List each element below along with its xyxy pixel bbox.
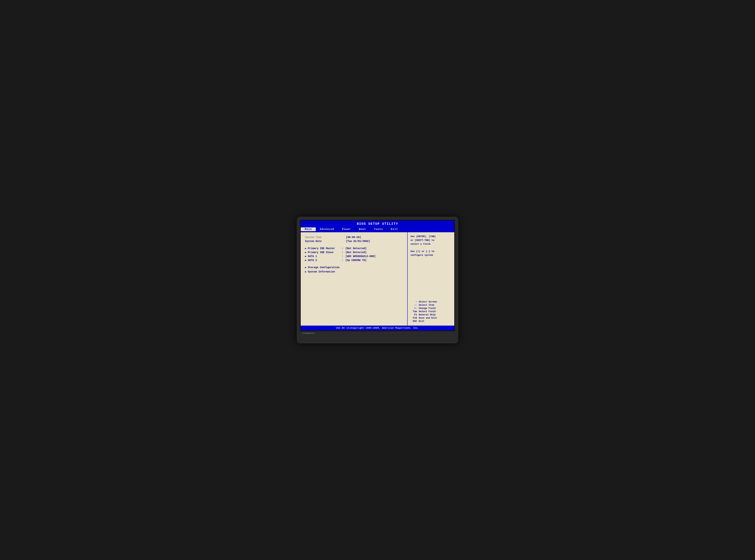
device-colon-0: : [342, 247, 343, 250]
monitor-brand: ViewSonic [300, 332, 455, 334]
keymap-desc-0: Select Screen [419, 300, 437, 303]
device-arrow-icon-0: ▶ [305, 247, 306, 250]
keymap-key-5: F10 [410, 317, 417, 319]
keymap-row-0: ↔Select Screen [410, 300, 451, 303]
content-area: System Time [00:00:28] System Date [Tue … [301, 232, 454, 325]
keymap-key-0: ↔ [410, 300, 417, 303]
nav-label-1: System Information [308, 270, 335, 273]
bios-title: BIOS SETUP UTILITY [301, 221, 454, 227]
help-line: configure system [410, 254, 451, 257]
nav-label-0: Storage Configuration [308, 266, 340, 269]
keymap-desc-4: General Help [419, 313, 436, 316]
help-line: or [SHIFT-TAB] to [410, 239, 451, 242]
keymap-row-1: ↑↓Select Item [410, 304, 451, 306]
device-row-3: ▶SATA 2:[hp CDDVDW TS] [305, 259, 404, 262]
keymap-desc-2: Change Field [419, 307, 436, 309]
keymap-row-2: +-Change Field [410, 307, 451, 309]
menu-item-main[interactable]: Main [301, 227, 316, 231]
footer-bar: v02.58 (C)Copyright 1985-2009, American … [301, 325, 454, 331]
device-label-1[interactable]: Primary IDE Slave [308, 251, 341, 254]
nav-items: ▶Storage Configuration▶System Informatio… [305, 266, 404, 273]
help-line: select a field. [410, 242, 451, 246]
main-panel: System Time [00:00:28] System Date [Tue … [301, 232, 408, 325]
system-date-value[interactable]: [Tue 01/01/2002] [346, 240, 370, 243]
keymap-desc-1: Select Item [419, 304, 434, 306]
device-colon-1: : [342, 251, 343, 254]
bios-screen: BIOS SETUP UTILITY MainAdvancedPowerBoot… [300, 220, 455, 331]
device-label-3[interactable]: SATA 2 [308, 259, 341, 262]
keymap-desc-3: Select Field [419, 310, 436, 313]
system-time-label: System Time [305, 236, 345, 239]
menu-bar: MainAdvancedPowerBootToolsExit [301, 227, 454, 232]
system-date-row: System Date [Tue 01/01/2002] [305, 240, 404, 243]
nav-arrow-icon-1: ▶ [305, 270, 306, 273]
device-colon-3: : [342, 259, 343, 262]
keymap-row-4: F1General Help [410, 313, 451, 316]
keymap-row-3: TabSelect Field [410, 310, 451, 313]
device-arrow-icon-1: ▶ [305, 251, 306, 254]
device-value-2: [WDC WD5000AZLX-60K] [345, 255, 375, 258]
help-text: Use [ENTER], [TAB]or [SHIFT-TAB] toselec… [410, 235, 451, 257]
keymap-row-5: F10Save and Exit [410, 317, 451, 319]
menu-item-advanced[interactable]: Advanced [316, 227, 338, 231]
device-value-1: [Not Detected] [345, 251, 367, 254]
device-row-0: ▶Primary IDE Master:[Not Detected] [305, 247, 404, 250]
menu-item-boot[interactable]: Boot [355, 227, 370, 231]
menu-item-tools[interactable]: Tools [370, 227, 387, 231]
menu-item-power[interactable]: Power [338, 227, 355, 231]
device-value-0: [Not Detected] [345, 247, 367, 250]
nav-arrow-icon-0: ▶ [305, 266, 306, 269]
keymap-key-1: ↑↓ [410, 304, 417, 306]
nav-item-1[interactable]: ▶System Information [305, 270, 404, 273]
keymap-desc-5: Save and Exit [419, 317, 437, 319]
title-text: BIOS SETUP UTILITY [357, 222, 398, 226]
menu-item-exit[interactable]: Exit [387, 227, 402, 231]
device-rows: ▶Primary IDE Master:[Not Detected]▶Prima… [305, 247, 404, 262]
system-time-value[interactable]: [00:00:28] [346, 236, 361, 239]
keymap-key-4: F1 [410, 313, 417, 316]
side-panel: Use [ENTER], [TAB]or [SHIFT-TAB] toselec… [408, 232, 454, 325]
device-label-0[interactable]: Primary IDE Master [308, 247, 341, 250]
keymap-desc-6: Exit [419, 320, 424, 322]
footer-text: v02.58 (C)Copyright 1985-2009, American … [336, 327, 419, 329]
help-line [410, 246, 451, 250]
keymap-key-2: +- [410, 307, 417, 309]
keymap-area: ↔Select Screen↑↓Select Item+-Change Fiel… [410, 300, 451, 323]
device-row-1: ▶Primary IDE Slave:[Not Detected] [305, 251, 404, 254]
device-colon-2: : [342, 255, 343, 258]
device-row-2: ▶SATA 1:[WDC WD5000AZLX-60K] [305, 255, 404, 258]
device-arrow-icon-2: ▶ [305, 255, 306, 258]
system-time-row: System Time [00:00:28] [305, 236, 404, 239]
monitor: BIOS SETUP UTILITY MainAdvancedPowerBoot… [297, 217, 458, 343]
side-panel-inner: Use [ENTER], [TAB]or [SHIFT-TAB] toselec… [410, 235, 451, 323]
device-arrow-icon-3: ▶ [305, 259, 306, 262]
help-line: Use [ENTER], [TAB] [410, 235, 451, 239]
device-value-3: [hp CDDVDW TS] [345, 259, 367, 262]
nav-item-0[interactable]: ▶Storage Configuration [305, 266, 404, 269]
help-line: Use [+] or [-] to [410, 250, 451, 254]
system-date-label: System Date [305, 240, 345, 243]
keymap-key-6: ESC [410, 320, 417, 322]
device-label-2[interactable]: SATA 1 [308, 255, 341, 258]
keymap-key-3: Tab [410, 310, 417, 313]
keymap-row-6: ESCExit [410, 320, 451, 322]
